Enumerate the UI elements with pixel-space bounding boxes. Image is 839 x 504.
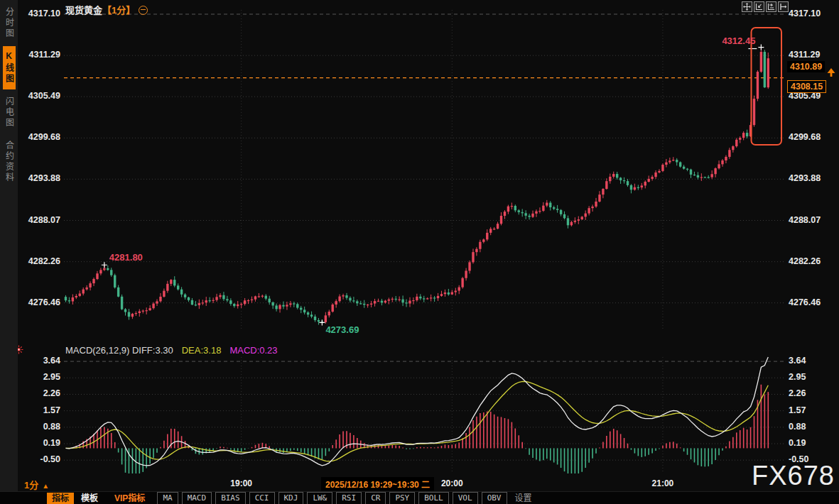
trading-app-window: 分时图K线图闪电图合约资料 现货黄金【1分】 4317.104317.10431… [0, 0, 839, 504]
price-tick-right: 4299.68 [789, 132, 821, 142]
symbol-name: 现货黄金 [65, 5, 102, 16]
toolbar-item-模板[interactable]: 模板 [76, 493, 103, 504]
price-marker-label: 4273.69 [325, 324, 359, 335]
price-tick-left: 4317.10 [18, 9, 60, 18]
macd-tick-left: 3.64 [18, 356, 60, 366]
prev-close-badge: 4308.15 [787, 80, 826, 93]
macd-tick-right: 2.26 [789, 388, 806, 398]
circle-minus-icon[interactable] [139, 6, 148, 15]
move-icon[interactable] [742, 1, 752, 12]
toolbar-item-KDJ[interactable]: KDJ [278, 492, 304, 504]
chart-controls [742, 1, 789, 12]
toolbar-item-CCI[interactable]: CCI [249, 492, 275, 504]
interval-selector-label: 1分 [24, 480, 38, 491]
chart-type-sidebar: 分时图K线图闪电图合约资料 [0, 0, 18, 491]
price-tick-left: 4288.07 [18, 215, 60, 225]
macd-tick-right: 2.95 [789, 372, 806, 382]
interval-selector[interactable]: 1分▲ [24, 478, 49, 491]
macd-tick-right: 3.64 [789, 356, 806, 366]
price-tick-right: 4317.10 [789, 9, 821, 18]
price-marker-label: 4312.45 [722, 35, 755, 46]
sidebar-item-K线图[interactable]: K线图 [3, 46, 16, 89]
price-tick-right: 4293.88 [789, 173, 821, 183]
macd-tick-left: 1.57 [18, 405, 60, 415]
triangle-up-icon: ▲ [42, 482, 49, 490]
toolbar-item-RSI[interactable]: RSI [336, 492, 362, 504]
macd-tick-left: 2.26 [18, 388, 60, 398]
toolbar-item-VOL[interactable]: VOL [453, 492, 478, 504]
macd-tick-left: 0.19 [18, 438, 60, 448]
macd-params-diff: MACD(26,12,9) DIFF:3.30 [65, 345, 173, 356]
toolbar-item-设置[interactable]: 设置 [510, 493, 537, 504]
toolbar-item-MACD[interactable]: MACD [182, 492, 212, 504]
price-up-arrow-icon [827, 67, 835, 80]
macd-tick-left: -0.50 [18, 454, 60, 464]
toolbar-item-BOLL[interactable]: BOLL [418, 492, 449, 504]
time-tick: 21:00 [652, 478, 674, 488]
chart-title: 现货黄金【1分】 [65, 3, 148, 16]
price-tick-left: 4293.88 [18, 173, 60, 183]
forward-icon[interactable] [766, 1, 776, 12]
price-tick-left: 4282.26 [18, 256, 60, 266]
last-price-badge: 4310.89 [787, 61, 825, 72]
time-tick: 20:00 [441, 478, 463, 488]
toolbar-item-MA[interactable]: MA [157, 492, 178, 504]
price-tick-right: 4311.29 [789, 50, 821, 60]
jump-to-latest-icon[interactable] [778, 1, 789, 12]
price-tick-right: 4276.46 [789, 297, 821, 307]
price-tick-left: 4311.29 [18, 50, 60, 60]
macd-tick-right: 0.88 [789, 422, 806, 432]
price-tick-right: 4282.26 [789, 256, 821, 266]
fx678-watermark: FX678 [752, 461, 835, 491]
interval-tag: 【1分】 [102, 5, 135, 16]
macd-tick-left: 0.88 [18, 422, 60, 432]
macd-tick-right: 0.19 [789, 438, 806, 448]
price-tick-left: 4305.49 [18, 91, 60, 101]
price-tick-left: 4276.46 [18, 297, 60, 307]
zoom-area-icon[interactable] [754, 1, 764, 12]
toolbar-item-VIP指标[interactable]: VIP指标 [109, 493, 150, 504]
macd-tick-right: 1.57 [789, 405, 806, 415]
price-tick-left: 4299.68 [18, 132, 60, 142]
macd-tick-left: 2.95 [18, 372, 60, 382]
toolbar-item-CR[interactable]: CR [365, 492, 386, 504]
price-marker-label: 4281.80 [109, 252, 143, 263]
sidebar-item-分时图[interactable]: 分时图 [3, 2, 16, 44]
macd-legend: MACD(26,12,9) DIFF:3.30DEA:3.18MACD:0.23 [65, 345, 286, 356]
sidebar-item-闪电图[interactable]: 闪电图 [3, 92, 16, 133]
sidebar-item-合约资料[interactable]: 合约资料 [3, 136, 16, 188]
price-tick-right: 4288.07 [789, 215, 821, 225]
crosshair-time-tooltip: 2025/12/16 19:29~19:30 二 [321, 477, 434, 491]
macd-hist-value: MACD:0.23 [229, 345, 277, 356]
time-tick: 19:00 [230, 478, 252, 488]
toolbar-item-指标[interactable]: 指标 [47, 493, 74, 504]
toolbar-item-PSY[interactable]: PSY [389, 492, 415, 504]
indicator-toolbar: 指标模板VIP指标MAMACDBIASCCIKDJLW&RSICRPSYBOLL… [0, 491, 839, 504]
toolbar-item-BIAS[interactable]: BIAS [215, 492, 246, 504]
toolbar-item-LW&[interactable]: LW& [307, 492, 332, 504]
macd-dea-value: DEA:3.18 [182, 345, 222, 356]
toolbar-item-OBV[interactable]: OBV [482, 492, 507, 504]
